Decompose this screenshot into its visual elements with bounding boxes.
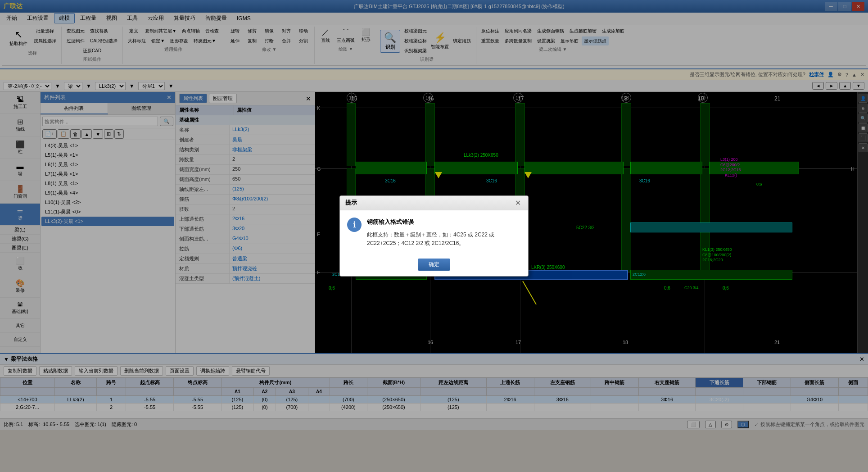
modal-info-icon: ℹ xyxy=(347,218,362,232)
modal-overlay[interactable]: 提示 ✕ ℹ 钢筋输入格式错误 此框支持：数量＋级别＋直径，如：4C25 或 2… xyxy=(0,0,868,472)
modal-dialog: 提示 ✕ ℹ 钢筋输入格式错误 此框支持：数量＋级别＋直径，如：4C25 或 2… xyxy=(339,195,529,277)
modal-ok-button[interactable]: 确定 xyxy=(418,259,450,271)
modal-body: ℹ 钢筋输入格式错误 此框支持：数量＋级别＋直径，如：4C25 或 2C22 或… xyxy=(340,210,528,255)
modal-content: 钢筋输入格式错误 此框支持：数量＋级别＋直径，如：4C25 或 2C22 或 2… xyxy=(367,218,521,248)
modal-footer: 确定 xyxy=(340,255,528,276)
modal-details: 此框支持：数量＋级别＋直径，如：4C25 或 2C22 或 2C22+2C25；… xyxy=(367,231,521,248)
modal-message: 钢筋输入格式错误 xyxy=(367,218,521,227)
modal-header: 提示 ✕ xyxy=(340,196,528,210)
modal-close-btn[interactable]: ✕ xyxy=(513,199,523,207)
modal-title: 提示 xyxy=(345,199,357,207)
